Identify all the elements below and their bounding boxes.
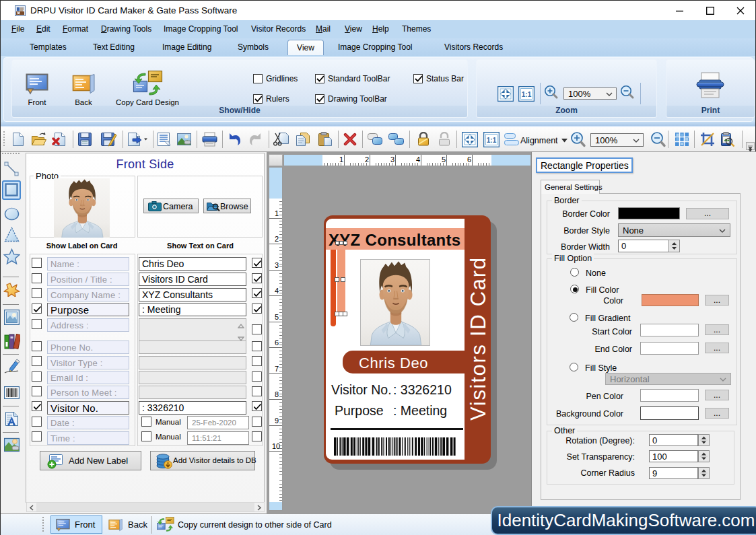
svg-text:3: 3 (390, 155, 394, 164)
svg-text:Visitors ID Card: Visitors ID Card (467, 256, 490, 421)
svg-text:1:1: 1:1 (487, 137, 497, 144)
svg-text:1: 1 (275, 209, 279, 217)
svg-text:4: 4 (275, 287, 279, 295)
svg-text:1: 1 (339, 155, 343, 164)
svg-text:2: 2 (365, 155, 369, 164)
svg-text:5: 5 (442, 155, 446, 164)
svg-text:8: 8 (275, 390, 279, 398)
svg-text:3: 3 (275, 261, 279, 269)
svg-text:6: 6 (275, 338, 279, 347)
svg-text:7: 7 (275, 365, 279, 373)
svg-text:6: 6 (467, 155, 471, 164)
svg-text:10: 10 (272, 442, 280, 450)
svg-text:4: 4 (416, 155, 420, 164)
svg-text:1:1: 1:1 (522, 91, 532, 98)
svg-text:9: 9 (275, 417, 279, 425)
svg-text:2: 2 (275, 235, 279, 243)
svg-text:5: 5 (275, 313, 279, 321)
